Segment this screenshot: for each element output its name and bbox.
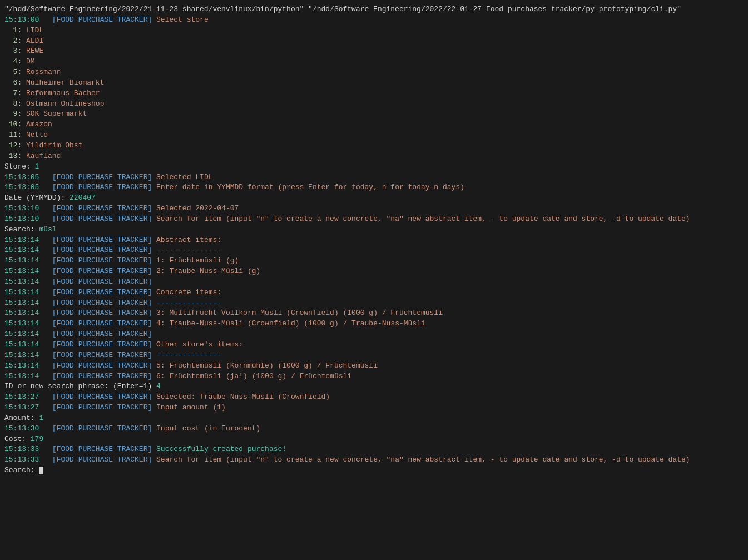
terminal: "/hdd/Software Engineering/2022/21-11-23… <box>4 4 744 560</box>
tracker-line: 15:13:14 [FOOD PURCHASE TRACKER] 2: Trau… <box>4 266 744 277</box>
tracker-line: 15:13:14 [FOOD PURCHASE TRACKER] Abstrac… <box>4 235 744 246</box>
store-list-item: 8: Ostmann Onlineshop <box>4 99 744 110</box>
store-list-item: 4: DM <box>4 57 744 67</box>
tracker-line: 15:13:14 [FOOD PURCHASE TRACKER] 4: Trau… <box>4 319 744 329</box>
tracker-line: 15:13:14 [FOOD PURCHASE TRACKER] Other s… <box>4 340 744 350</box>
tracker-line: 15:13:05 [FOOD PURCHASE TRACKER] Enter d… <box>4 182 744 193</box>
store-list-item: 10: Amazon <box>4 120 744 130</box>
store-list-item: 7: Reformhaus Bacher <box>4 88 744 99</box>
active-input-line[interactable]: Search: <box>4 465 744 476</box>
store-list-item: 1: LIDL <box>4 26 744 36</box>
input-line: ID or new search phrase: (Enter=1) 4 <box>4 381 744 392</box>
store-list-item: 5: Rossmann <box>4 67 744 78</box>
tracker-line: 15:13:30 [FOOD PURCHASE TRACKER] Input c… <box>4 424 744 434</box>
tracker-line: 15:13:14 [FOOD PURCHASE TRACKER] -------… <box>4 245 744 256</box>
path-line: "/hdd/Software Engineering/2022/21-11-23… <box>4 4 744 15</box>
tracker-line: 15:13:14 [FOOD PURCHASE TRACKER] -------… <box>4 298 744 309</box>
tracker-line: 15:13:14 [FOOD PURCHASE TRACKER] 3: Mult… <box>4 308 744 319</box>
store-list-item: 3: REWE <box>4 46 744 57</box>
tracker-line: 15:13:14 [FOOD PURCHASE TRACKER] 5: Früc… <box>4 361 744 371</box>
store-list-item: 13: Kaufland <box>4 151 744 162</box>
tracker-line: 15:13:14 [FOOD PURCHASE TRACKER] -------… <box>4 350 744 361</box>
input-line: Amount: 1 <box>4 413 744 424</box>
tracker-line: 15:13:14 [FOOD PURCHASE TRACKER] 6: Früc… <box>4 371 744 382</box>
tracker-line: 15:13:10 [FOOD PURCHASE TRACKER] Search … <box>4 214 744 225</box>
tracker-line: 15:13:00 [FOOD PURCHASE TRACKER] Select … <box>4 15 744 26</box>
store-list-item: 6: Mülheimer Biomarkt <box>4 78 744 88</box>
store-list-item: 9: SOK Supermarkt <box>4 109 744 120</box>
tracker-line: 15:13:14 [FOOD PURCHASE TRACKER] <box>4 329 744 340</box>
store-list-item: 12: Yildirim Obst <box>4 141 744 151</box>
tracker-line: 15:13:33 [FOOD PURCHASE TRACKER] Search … <box>4 455 744 465</box>
tracker-line: 15:13:10 [FOOD PURCHASE TRACKER] Selecte… <box>4 204 744 214</box>
tracker-line: 15:13:27 [FOOD PURCHASE TRACKER] Input a… <box>4 403 744 413</box>
tracker-line: 15:13:27 [FOOD PURCHASE TRACKER] Selecte… <box>4 392 744 403</box>
tracker-line: 15:13:14 [FOOD PURCHASE TRACKER] 1: Früc… <box>4 256 744 266</box>
tracker-line: 15:13:14 [FOOD PURCHASE TRACKER] <box>4 277 744 288</box>
tracker-line: 15:13:05 [FOOD PURCHASE TRACKER] Selecte… <box>4 172 744 183</box>
store-list-item: 11: Netto <box>4 130 744 141</box>
input-line: Date (YYMMDD): 220407 <box>4 193 744 204</box>
cursor <box>39 467 43 474</box>
tracker-line: 15:13:14 [FOOD PURCHASE TRACKER] Concret… <box>4 288 744 298</box>
input-line: Cost: 179 <box>4 434 744 445</box>
store-list-item: 2: ALDI <box>4 36 744 47</box>
input-line: Store: 1 <box>4 162 744 172</box>
input-line: Search: müsl <box>4 225 744 235</box>
tracker-line: 15:13:33 [FOOD PURCHASE TRACKER] Success… <box>4 444 744 455</box>
